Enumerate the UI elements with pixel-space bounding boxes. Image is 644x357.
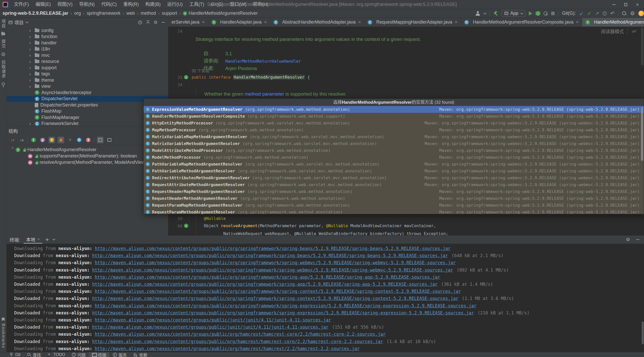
menu-item[interactable]: 视图(V): [54, 0, 76, 9]
maven-artifact-link[interactable]: http://maven.aliyun.com/nexus/content/gr…: [92, 267, 453, 273]
stop-button[interactable]: [551, 12, 555, 15]
status-bar-item[interactable]: 依赖: [130, 352, 150, 357]
new-terminal-icon[interactable]: +: [42, 237, 52, 242]
breadcrumb-item[interactable]: springframework: [87, 11, 121, 16]
maven-artifact-link[interactable]: http://maven.aliyun.com/nexus/content/gr…: [92, 325, 328, 330]
expand-chevron-icon[interactable]: [29, 47, 35, 51]
implementation-list-item[interactable]: HttpEntityMethodProcessor (org.springfra…: [144, 120, 644, 127]
autoscroll-from-source-icon[interactable]: [106, 137, 113, 143]
implementation-list-item[interactable]: MatrixVariableMethodArgumentResolver (or…: [144, 140, 644, 147]
bookmark-icon[interactable]: [2, 318, 5, 321]
implementation-list-item[interactable]: RedirectAttributesMethodArgumentResolver…: [144, 174, 644, 181]
doc-link[interactable]: method parameter: [245, 91, 284, 97]
build-hammer-icon[interactable]: [493, 11, 498, 16]
breadcrumb-item-current[interactable]: HandlerMethodArgumentResolver: [183, 11, 258, 16]
maven-artifact-link[interactable]: http://maven.aliyun.com/nexus/content/gr…: [92, 339, 383, 344]
editor-tab[interactable]: RequestMappingHandlerAdapter.java ×: [364, 18, 461, 27]
collapse-chevron-icon[interactable]: [11, 147, 15, 153]
project-folder-icon[interactable]: [1, 32, 5, 35]
hide-terminal-icon[interactable]: [636, 239, 639, 240]
sidebar-item-commit[interactable]: 提交: [0, 39, 6, 48]
project-tree-item[interactable]: function: [7, 34, 168, 40]
git-push-icon[interactable]: ↗: [595, 11, 599, 16]
run-configuration-select[interactable]: App: [502, 10, 525, 17]
menu-item[interactable]: 文件(F): [11, 0, 32, 9]
implementation-list-item[interactable]: RequestAttributeMethodArgumentResolver (…: [144, 181, 644, 188]
expand-chevron-icon[interactable]: [29, 85, 35, 88]
implementation-list-item[interactable]: PathVariableMapMethodArgumentResolver (o…: [144, 161, 644, 168]
show-properties-icon[interactable]: p: [39, 137, 46, 143]
sidebar-item-pull-requests[interactable]: 拉取请求: [0, 60, 6, 78]
menu-item[interactable]: 重构(R): [120, 0, 142, 9]
menu-item[interactable]: 代码(C): [98, 0, 120, 9]
pull-request-icon[interactable]: [2, 82, 5, 85]
menu-item[interactable]: 工具(T): [186, 0, 208, 9]
show-inherited-icon[interactable]: I: [30, 137, 37, 143]
implementation-list-item[interactable]: MapMethodProcessor (org.springframework.…: [144, 127, 644, 133]
run-button[interactable]: [529, 11, 532, 15]
breadcrumb-item[interactable]: spring-web-5.2.9.RELEASE.jar: [3, 11, 68, 16]
project-tree-item[interactable]: view: [7, 83, 168, 90]
maven-artifact-link[interactable]: http://maven.aliyun.com/nexus/content/gr…: [95, 246, 450, 251]
implementation-list-item[interactable]: RequestParamMethodArgumentResolver (org.…: [144, 209, 644, 214]
expand-chevron-icon[interactable]: [29, 78, 35, 82]
terminal-settings-gear-icon[interactable]: ⚙: [626, 237, 630, 242]
show-non-public-icon[interactable]: [58, 137, 64, 143]
menu-item[interactable]: 运行(U): [164, 0, 186, 9]
implementations-hint[interactable]: 32 个实现: [192, 67, 209, 74]
maven-artifact-link[interactable]: http://maven.aliyun.com/nexus/content/gr…: [95, 260, 456, 265]
status-bar-item[interactable]: 问题: [68, 352, 89, 357]
expand-chevron-icon[interactable]: [29, 66, 35, 69]
editor-scrollbar[interactable]: [641, 27, 643, 65]
maven-artifact-link[interactable]: http://maven.aliyun.com/nexus/content/gr…: [95, 303, 477, 308]
settings-gear-icon[interactable]: ⚙: [630, 11, 635, 16]
editor-tab[interactable]: HandlerMethodArgumentResolver.java ×: [582, 18, 644, 27]
maven-artifact-link[interactable]: http://maven.aliyun.com/nexus/content/gr…: [95, 275, 440, 280]
sort-by-visibility-icon[interactable]: ↓▪: [9, 137, 16, 143]
status-bar-item[interactable]: TODO: [44, 352, 68, 357]
implemented-gutter-icon[interactable]: [184, 75, 188, 79]
close-icon[interactable]: ×: [636, 2, 639, 7]
project-tree-item[interactable]: support: [7, 65, 168, 71]
git-menu-label[interactable]: Git(G):: [562, 11, 576, 16]
expand-chevron-icon[interactable]: [29, 122, 35, 126]
collapse-all-icon[interactable]: [146, 21, 150, 24]
editor-tab[interactable]: erServlet.java ×: [168, 18, 208, 27]
status-bar-item[interactable]: Git: [6, 352, 24, 357]
breadcrumb-item[interactable]: support: [162, 11, 177, 16]
expand-chevron-icon[interactable]: [29, 41, 35, 45]
expand-chevron-icon[interactable]: [29, 29, 35, 32]
project-tree-item[interactable]: handler: [7, 40, 168, 46]
user-icon[interactable]: [476, 11, 480, 16]
implementation-list-item[interactable]: HandlerMethodArgumentResolverComposite (…: [144, 113, 644, 120]
sidebar-item-bookmarks[interactable]: Bookmarks: [1, 324, 6, 348]
breadcrumb-item[interactable]: web: [126, 11, 135, 16]
chevron-down-icon[interactable]: [484, 11, 486, 14]
project-tree-item[interactable]: resource: [7, 59, 168, 65]
terminal-scrollbar[interactable]: [642, 322, 644, 344]
project-tree-item[interactable]: i18n: [7, 46, 168, 52]
autoscroll-to-source-icon[interactable]: [97, 137, 104, 143]
implementation-list-item[interactable]: RequestHeaderMapMethodArgumentResolver (…: [144, 188, 644, 195]
popup-scrollbar[interactable]: [641, 107, 643, 161]
reader-mode-widget[interactable]: 阅读器模式 ✓✓: [601, 28, 637, 34]
implemented-gutter-icon[interactable]: [184, 224, 188, 228]
minimize-icon[interactable]: [612, 4, 616, 5]
project-panel-title[interactable]: 项目: [14, 19, 24, 26]
history-clock-icon[interactable]: [603, 11, 607, 15]
terminal-output[interactable]: Downloading from nexus-aliyun: http://ma…: [7, 244, 644, 352]
implementation-list-item[interactable]: ModelMethodProcessor (org.springframewor…: [144, 154, 644, 161]
close-tab-icon[interactable]: ×: [358, 20, 361, 25]
status-bar-item[interactable]: 查找: [24, 352, 44, 357]
implementation-list-item[interactable]: ExpressionValueMethodArgumentResolver (o…: [144, 106, 644, 113]
expand-chevron-icon[interactable]: [29, 60, 35, 63]
show-lambdas-icon[interactable]: λ: [85, 137, 92, 143]
profiler-button[interactable]: [544, 11, 548, 15]
menu-item[interactable]: 构建(B): [142, 0, 164, 9]
hide-panel-icon[interactable]: [162, 22, 165, 23]
chevron-down-icon[interactable]: [26, 21, 28, 23]
close-tab-icon[interactable]: ×: [576, 20, 579, 25]
git-commit-icon[interactable]: ✓: [587, 11, 591, 16]
commit-icon[interactable]: [2, 52, 5, 56]
panel-settings-gear-icon[interactable]: ⚙: [154, 20, 158, 25]
